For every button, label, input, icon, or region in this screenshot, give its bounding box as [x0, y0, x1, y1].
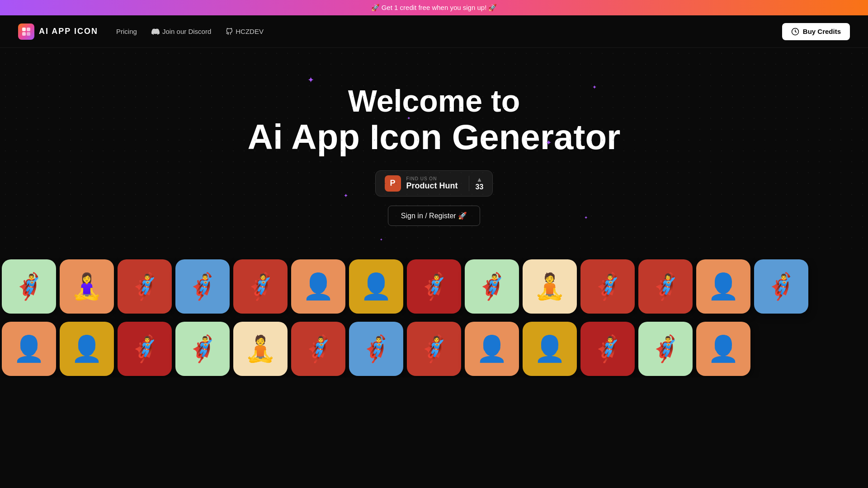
list-item: 🦸‍♂️	[291, 322, 345, 376]
product-hunt-count-area: ▲ 33	[469, 176, 484, 191]
svg-rect-1	[27, 28, 30, 31]
product-hunt-count: 33	[476, 183, 484, 191]
product-hunt-logo: P	[385, 175, 401, 192]
hero-title-line1: Welcome to	[348, 84, 520, 118]
product-hunt-name-label: Product Hunt	[406, 181, 458, 191]
list-item: 👤	[2, 322, 56, 376]
pricing-link[interactable]: Pricing	[116, 28, 137, 35]
star-decoration-7: ✦	[380, 238, 383, 242]
star-decoration-6: ✦	[584, 215, 588, 220]
star-decoration-1: ✦	[307, 75, 314, 85]
nav-links: Pricing Join our Discord HCZDEV	[116, 28, 782, 36]
icons-showcase: 🦸‍♂️🧘‍♀️🦸‍♂️🦸‍♂️🦸👤👤🦸‍♂️🦸‍♂️🧘🦸‍♂️🦸‍♀️👤🦸‍♂…	[0, 258, 868, 378]
list-item: 🦸‍♂️	[349, 322, 403, 376]
list-item: 👤	[349, 259, 403, 314]
credits-icon	[791, 28, 799, 36]
product-hunt-badge[interactable]: P FIND US ON Product Hunt ▲ 33	[375, 170, 493, 197]
icon-row-1: 🦸‍♂️🧘‍♀️🦸‍♂️🦸‍♂️🦸👤👤🦸‍♂️🦸‍♂️🧘🦸‍♂️🦸‍♀️👤🦸‍♂…	[0, 258, 868, 315]
icon-row-2: 👤👤🦸‍♂️🦸‍♂️🧘🦸‍♂️🦸‍♂️🦸👤👤🦸‍♂️🦸‍♂️👤	[0, 320, 868, 378]
list-item: 🦸‍♂️	[175, 259, 230, 314]
svg-rect-0	[22, 28, 26, 31]
list-item: 🦸‍♂️	[175, 322, 230, 376]
discord-icon	[151, 28, 160, 36]
list-item: 👤	[291, 259, 345, 314]
logo-text: AI APP ICON	[39, 27, 98, 36]
promo-banner: 🚀 Get 1 credit free when you sign up! 🚀	[0, 0, 868, 15]
list-item: 🦸‍♂️	[2, 259, 56, 314]
list-item: 🦸‍♂️	[118, 259, 172, 314]
discord-label: Join our Discord	[162, 28, 211, 35]
signin-label: Sign in / Register 🚀	[401, 212, 467, 220]
list-item: 🦸	[407, 322, 461, 376]
nav-right: Buy Credits	[782, 23, 850, 40]
buy-credits-label: Buy Credits	[803, 28, 841, 35]
list-item: 🦸	[233, 259, 288, 314]
star-decoration-5: ✦	[344, 192, 348, 199]
hczdev-label: HCZDEV	[236, 28, 264, 35]
product-hunt-arrow-icon: ▲	[476, 176, 483, 183]
list-item: 🦸‍♂️	[118, 322, 172, 376]
list-item: 👤	[465, 322, 519, 376]
hero-title-line2: Ai App Icon Generator	[248, 118, 621, 157]
list-item: 👤	[696, 259, 750, 314]
list-item: 👤	[60, 322, 114, 376]
hczdev-link[interactable]: HCZDEV	[226, 28, 264, 35]
list-item: 🦸‍♀️	[638, 259, 693, 314]
signin-button[interactable]: Sign in / Register 🚀	[388, 206, 480, 226]
logo[interactable]: AI APP ICON	[18, 23, 98, 40]
list-item: 🦸‍♂️	[407, 259, 461, 314]
list-item: 🦸‍♂️	[580, 259, 635, 314]
list-item: 🧘	[523, 259, 577, 314]
list-item: 👤	[696, 322, 750, 376]
list-item: 🧘‍♀️	[60, 259, 114, 314]
list-item: 🧘	[233, 322, 288, 376]
pricing-label: Pricing	[116, 28, 137, 35]
logo-icon	[18, 23, 34, 40]
list-item: 🦸‍♂️	[754, 259, 808, 314]
hczdev-icon	[226, 28, 233, 35]
hero-section: ✦ ✦ ✦ ✦ ✦ ✦ ✦ Welcome to Ai App Icon Gen…	[0, 48, 868, 249]
list-item: 🦸‍♂️	[638, 322, 693, 376]
buy-credits-button[interactable]: Buy Credits	[782, 23, 850, 40]
svg-rect-3	[27, 32, 30, 36]
list-item: 👤	[523, 322, 577, 376]
discord-link[interactable]: Join our Discord	[151, 28, 211, 36]
star-decoration-2: ✦	[592, 84, 597, 90]
product-hunt-text: FIND US ON Product Hunt	[406, 176, 458, 191]
navbar: AI APP ICON Pricing Join our Discord HCZ…	[0, 15, 868, 48]
svg-rect-2	[22, 32, 26, 36]
list-item: 🦸‍♂️	[580, 322, 635, 376]
product-hunt-find-label: FIND US ON	[406, 176, 437, 181]
list-item: 🦸‍♂️	[465, 259, 519, 314]
banner-text: 🚀 Get 1 credit free when you sign up! 🚀	[371, 4, 497, 11]
